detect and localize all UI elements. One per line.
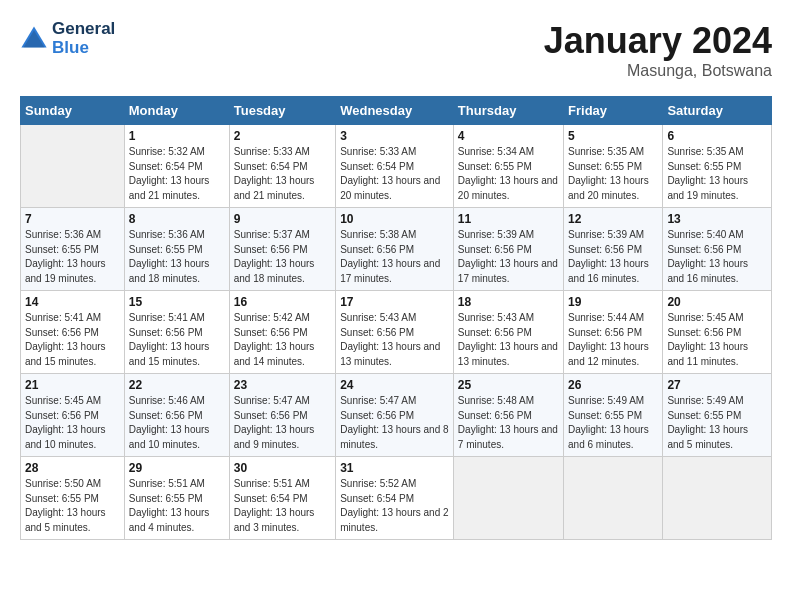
day-info: Sunrise: 5:40 AMSunset: 6:56 PMDaylight:… <box>667 228 767 286</box>
day-number: 8 <box>129 212 225 226</box>
main-title: January 2024 <box>544 20 772 62</box>
calendar-cell: 23Sunrise: 5:47 AMSunset: 6:56 PMDayligh… <box>229 374 335 457</box>
day-info: Sunrise: 5:36 AMSunset: 6:55 PMDaylight:… <box>25 228 120 286</box>
calendar-cell: 11Sunrise: 5:39 AMSunset: 6:56 PMDayligh… <box>453 208 563 291</box>
calendar-cell: 4Sunrise: 5:34 AMSunset: 6:55 PMDaylight… <box>453 125 563 208</box>
day-number: 15 <box>129 295 225 309</box>
day-number: 14 <box>25 295 120 309</box>
calendar-cell: 16Sunrise: 5:42 AMSunset: 6:56 PMDayligh… <box>229 291 335 374</box>
day-info: Sunrise: 5:36 AMSunset: 6:55 PMDaylight:… <box>129 228 225 286</box>
day-number: 22 <box>129 378 225 392</box>
calendar-cell: 15Sunrise: 5:41 AMSunset: 6:56 PMDayligh… <box>124 291 229 374</box>
calendar-header-cell: Monday <box>124 97 229 125</box>
calendar-cell <box>453 457 563 540</box>
day-number: 29 <box>129 461 225 475</box>
day-number: 17 <box>340 295 449 309</box>
day-number: 30 <box>234 461 331 475</box>
calendar-cell: 17Sunrise: 5:43 AMSunset: 6:56 PMDayligh… <box>336 291 454 374</box>
day-info: Sunrise: 5:44 AMSunset: 6:56 PMDaylight:… <box>568 311 658 369</box>
day-number: 16 <box>234 295 331 309</box>
calendar-header-cell: Saturday <box>663 97 772 125</box>
day-info: Sunrise: 5:45 AMSunset: 6:56 PMDaylight:… <box>667 311 767 369</box>
calendar-week-row: 14Sunrise: 5:41 AMSunset: 6:56 PMDayligh… <box>21 291 772 374</box>
calendar-cell: 22Sunrise: 5:46 AMSunset: 6:56 PMDayligh… <box>124 374 229 457</box>
calendar-cell: 28Sunrise: 5:50 AMSunset: 6:55 PMDayligh… <box>21 457 125 540</box>
day-info: Sunrise: 5:35 AMSunset: 6:55 PMDaylight:… <box>667 145 767 203</box>
calendar-cell: 26Sunrise: 5:49 AMSunset: 6:55 PMDayligh… <box>564 374 663 457</box>
calendar-cell: 1Sunrise: 5:32 AMSunset: 6:54 PMDaylight… <box>124 125 229 208</box>
day-info: Sunrise: 5:41 AMSunset: 6:56 PMDaylight:… <box>25 311 120 369</box>
day-info: Sunrise: 5:43 AMSunset: 6:56 PMDaylight:… <box>458 311 559 369</box>
calendar-cell: 25Sunrise: 5:48 AMSunset: 6:56 PMDayligh… <box>453 374 563 457</box>
day-number: 19 <box>568 295 658 309</box>
day-number: 20 <box>667 295 767 309</box>
calendar-cell: 20Sunrise: 5:45 AMSunset: 6:56 PMDayligh… <box>663 291 772 374</box>
calendar-table: SundayMondayTuesdayWednesdayThursdayFrid… <box>20 96 772 540</box>
calendar-cell <box>564 457 663 540</box>
calendar-cell: 14Sunrise: 5:41 AMSunset: 6:56 PMDayligh… <box>21 291 125 374</box>
day-info: Sunrise: 5:50 AMSunset: 6:55 PMDaylight:… <box>25 477 120 535</box>
day-info: Sunrise: 5:49 AMSunset: 6:55 PMDaylight:… <box>667 394 767 452</box>
day-info: Sunrise: 5:43 AMSunset: 6:56 PMDaylight:… <box>340 311 449 369</box>
logo-line1: General <box>52 20 115 39</box>
calendar-week-row: 21Sunrise: 5:45 AMSunset: 6:56 PMDayligh… <box>21 374 772 457</box>
calendar-cell <box>663 457 772 540</box>
calendar-cell <box>21 125 125 208</box>
calendar-week-row: 7Sunrise: 5:36 AMSunset: 6:55 PMDaylight… <box>21 208 772 291</box>
day-number: 13 <box>667 212 767 226</box>
calendar-week-row: 28Sunrise: 5:50 AMSunset: 6:55 PMDayligh… <box>21 457 772 540</box>
logo: General Blue <box>20 20 115 57</box>
calendar-cell: 18Sunrise: 5:43 AMSunset: 6:56 PMDayligh… <box>453 291 563 374</box>
day-info: Sunrise: 5:42 AMSunset: 6:56 PMDaylight:… <box>234 311 331 369</box>
day-number: 11 <box>458 212 559 226</box>
calendar-cell: 27Sunrise: 5:49 AMSunset: 6:55 PMDayligh… <box>663 374 772 457</box>
calendar-header-cell: Wednesday <box>336 97 454 125</box>
calendar-cell: 7Sunrise: 5:36 AMSunset: 6:55 PMDaylight… <box>21 208 125 291</box>
day-number: 31 <box>340 461 449 475</box>
day-number: 6 <box>667 129 767 143</box>
calendar-cell: 30Sunrise: 5:51 AMSunset: 6:54 PMDayligh… <box>229 457 335 540</box>
day-info: Sunrise: 5:32 AMSunset: 6:54 PMDaylight:… <box>129 145 225 203</box>
day-number: 3 <box>340 129 449 143</box>
calendar-week-row: 1Sunrise: 5:32 AMSunset: 6:54 PMDaylight… <box>21 125 772 208</box>
calendar-cell: 3Sunrise: 5:33 AMSunset: 6:54 PMDaylight… <box>336 125 454 208</box>
day-number: 5 <box>568 129 658 143</box>
day-number: 12 <box>568 212 658 226</box>
day-number: 1 <box>129 129 225 143</box>
day-info: Sunrise: 5:45 AMSunset: 6:56 PMDaylight:… <box>25 394 120 452</box>
day-info: Sunrise: 5:41 AMSunset: 6:56 PMDaylight:… <box>129 311 225 369</box>
logo-line2: Blue <box>52 39 115 58</box>
day-info: Sunrise: 5:51 AMSunset: 6:55 PMDaylight:… <box>129 477 225 535</box>
calendar-cell: 31Sunrise: 5:52 AMSunset: 6:54 PMDayligh… <box>336 457 454 540</box>
calendar-header-cell: Tuesday <box>229 97 335 125</box>
day-number: 24 <box>340 378 449 392</box>
day-info: Sunrise: 5:51 AMSunset: 6:54 PMDaylight:… <box>234 477 331 535</box>
day-number: 23 <box>234 378 331 392</box>
day-number: 9 <box>234 212 331 226</box>
calendar-body: 1Sunrise: 5:32 AMSunset: 6:54 PMDaylight… <box>21 125 772 540</box>
day-number: 28 <box>25 461 120 475</box>
day-info: Sunrise: 5:33 AMSunset: 6:54 PMDaylight:… <box>234 145 331 203</box>
calendar-cell: 5Sunrise: 5:35 AMSunset: 6:55 PMDaylight… <box>564 125 663 208</box>
page-header: General Blue January 2024 Masunga, Botsw… <box>20 20 772 80</box>
calendar-cell: 29Sunrise: 5:51 AMSunset: 6:55 PMDayligh… <box>124 457 229 540</box>
day-info: Sunrise: 5:38 AMSunset: 6:56 PMDaylight:… <box>340 228 449 286</box>
calendar-cell: 12Sunrise: 5:39 AMSunset: 6:56 PMDayligh… <box>564 208 663 291</box>
calendar-cell: 19Sunrise: 5:44 AMSunset: 6:56 PMDayligh… <box>564 291 663 374</box>
calendar-header-cell: Sunday <box>21 97 125 125</box>
day-info: Sunrise: 5:33 AMSunset: 6:54 PMDaylight:… <box>340 145 449 203</box>
day-info: Sunrise: 5:52 AMSunset: 6:54 PMDaylight:… <box>340 477 449 535</box>
day-number: 10 <box>340 212 449 226</box>
day-info: Sunrise: 5:46 AMSunset: 6:56 PMDaylight:… <box>129 394 225 452</box>
subtitle: Masunga, Botswana <box>544 62 772 80</box>
calendar-cell: 6Sunrise: 5:35 AMSunset: 6:55 PMDaylight… <box>663 125 772 208</box>
calendar-cell: 8Sunrise: 5:36 AMSunset: 6:55 PMDaylight… <box>124 208 229 291</box>
day-number: 26 <box>568 378 658 392</box>
day-number: 21 <box>25 378 120 392</box>
day-number: 2 <box>234 129 331 143</box>
day-info: Sunrise: 5:37 AMSunset: 6:56 PMDaylight:… <box>234 228 331 286</box>
day-number: 18 <box>458 295 559 309</box>
day-number: 7 <box>25 212 120 226</box>
day-info: Sunrise: 5:39 AMSunset: 6:56 PMDaylight:… <box>458 228 559 286</box>
calendar-cell: 24Sunrise: 5:47 AMSunset: 6:56 PMDayligh… <box>336 374 454 457</box>
